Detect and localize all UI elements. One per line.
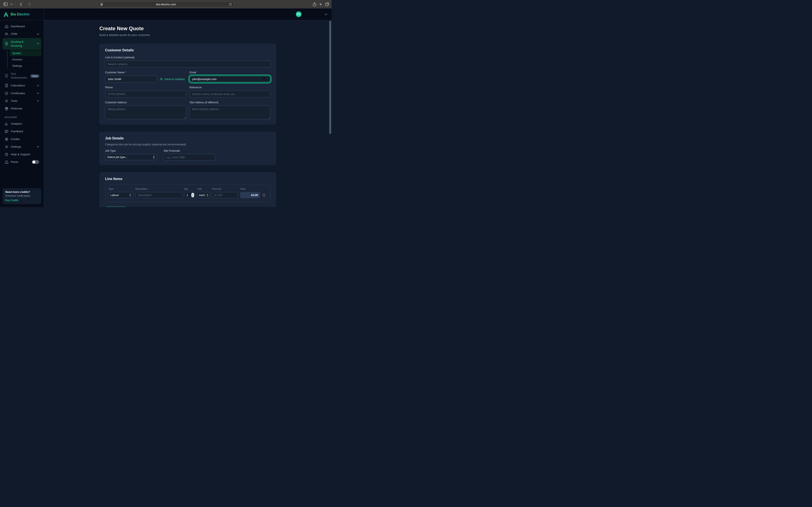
sidebar-item-referrals[interactable]: Referrals [3, 105, 41, 112]
chevron-down-icon [37, 34, 39, 35]
alert-triangle-icon [5, 160, 8, 164]
email-input[interactable] [190, 76, 270, 82]
brand-logo-icon [3, 12, 9, 17]
item-unit-value: each [199, 193, 205, 197]
sidebar-item-feedback[interactable]: Feedback [3, 128, 41, 135]
sidebar-item-analytics[interactable]: Analytics [3, 120, 41, 127]
customer-name-input[interactable] [105, 76, 157, 82]
customer-address-label: Customer Address [105, 101, 186, 104]
url-text[interactable]: bia-electric.com [103, 3, 229, 6]
sidebar-item-label: Test Submissions [11, 72, 28, 80]
delete-item-button[interactable] [262, 192, 267, 198]
sidebar-item-pento[interactable]: Pento [3, 158, 41, 166]
sidebar-item-label: Analytics [11, 122, 39, 126]
address-bar[interactable]: bia-electric.com [98, 1, 234, 7]
col-price-label: Price (£) [212, 187, 238, 190]
item-description-input[interactable] [135, 192, 182, 198]
col-total-label: Total [240, 187, 260, 190]
sidebar-item-label: Feedback [11, 129, 39, 133]
contact-autofill-icon[interactable] [262, 77, 268, 81]
col-type-label: Type [108, 187, 133, 190]
back-button-icon[interactable] [18, 1, 24, 7]
line-item-row: Type Labour Description [105, 185, 270, 202]
add-item-button[interactable]: Add Item [105, 207, 126, 207]
item-qty-value: 1 [187, 193, 188, 197]
save-to-contacts-label: Save to contacts [164, 77, 185, 81]
search-contacts-input[interactable] [105, 61, 270, 67]
sidebar-item-help-support[interactable]: Help & Support [3, 151, 41, 158]
toggle-knob [32, 161, 35, 164]
pento-toggle[interactable] [32, 160, 39, 164]
line-items-heading: Line Items [105, 177, 270, 181]
site-address-textarea[interactable] [190, 106, 270, 119]
share-icon[interactable] [313, 2, 316, 6]
job-details-card: Job Details Categorize this job for pric… [99, 131, 276, 165]
col-unit-label: Unit [197, 187, 210, 190]
file-text-icon [5, 42, 8, 45]
site-address-label: Site Address (if different) [190, 101, 270, 104]
gift-icon [5, 107, 8, 110]
sidebar-item-label: Credits [11, 137, 39, 141]
reader-icon[interactable] [100, 3, 103, 6]
item-type-select[interactable]: Labour [108, 192, 133, 198]
customer-address-textarea[interactable] [105, 106, 186, 119]
sidebar-item-certificates[interactable]: Certificates [3, 90, 41, 97]
subnav-item-quotes[interactable]: Quotes [10, 50, 41, 56]
sidebar-item-label: Tools [11, 99, 35, 103]
chevron-down-icon [37, 93, 39, 94]
qty-stepper[interactable] [191, 193, 194, 197]
sidebar-item-settings[interactable]: Settings [3, 143, 41, 151]
line-items-card: Line Items Type Labour [99, 172, 276, 207]
sidebar-item-tools[interactable]: Tools [3, 97, 41, 105]
sidebar-nav: Dashboard CRM Quoting & Invoicing [0, 20, 44, 186]
sidebar-dropdown-chevron-icon[interactable] [10, 1, 13, 7]
job-type-select[interactable]: Select job type... [105, 154, 157, 160]
subnav-item-settings[interactable]: Settings [10, 63, 41, 69]
sidebar-item-crm[interactable]: CRM [3, 31, 41, 38]
app-window: Bia Electric Dashboard CRM [0, 8, 332, 207]
sidebar-item-quoting-invoicing[interactable]: Quoting & Invoicing [3, 38, 41, 49]
tab-overview-icon[interactable] [325, 3, 329, 6]
new-tab-icon[interactable] [319, 3, 322, 6]
chevron-down-icon [37, 100, 39, 102]
save-to-contacts-link[interactable]: Save to contacts [160, 77, 185, 81]
sidebar-item-dashboard[interactable]: Dashboard [3, 23, 41, 30]
subnav-item-invoices[interactable]: Invoices [10, 56, 41, 62]
chevron-up-icon [37, 43, 39, 44]
sidebar-item-label: Pento [11, 160, 30, 164]
site-postcode-label: Site Postcode [164, 149, 215, 152]
forward-button-icon[interactable] [27, 1, 32, 7]
buy-credits-link[interactable]: Buy Credits [5, 199, 39, 202]
site-postcode-input[interactable] [164, 154, 215, 161]
badge-check-icon [5, 92, 8, 95]
gear-icon [5, 145, 8, 149]
sidebar-item-credits[interactable]: Credits [3, 135, 41, 143]
sidebar: Bia Electric Dashboard CRM [0, 8, 44, 207]
sidebar-item-label: Dashboard [11, 24, 39, 28]
select-updown-icon [207, 194, 208, 196]
job-type-value: Select job type... [107, 156, 128, 159]
item-unit-select[interactable]: each [197, 192, 210, 198]
sidebar-item-label: Calculators [11, 83, 35, 88]
header-chevron-down-icon[interactable] [325, 13, 327, 15]
dollar-circle-icon [5, 137, 8, 141]
home-icon [5, 24, 8, 28]
credits-promo-subtitle: Purchase credit packs [5, 194, 39, 197]
avatar[interactable]: TG [296, 11, 302, 17]
trash-icon [262, 193, 266, 197]
brand[interactable]: Bia Electric [0, 8, 44, 20]
sidebar-item-label: Referrals [11, 107, 39, 110]
vertical-scrollbar[interactable] [329, 21, 331, 134]
item-qty-input[interactable]: 1 [184, 192, 195, 198]
sidebar-toggle-icon[interactable] [3, 1, 8, 7]
sidebar-item-label: CRM [11, 32, 35, 36]
reference-input[interactable] [190, 91, 270, 97]
sidebar-item-test-submissions[interactable]: Test Submissions Soon [3, 70, 41, 81]
phone-input[interactable] [105, 91, 186, 97]
sidebar-item-calculators[interactable]: Calculators [3, 82, 41, 89]
reload-icon[interactable] [229, 3, 232, 6]
job-details-heading: Job Details [105, 136, 270, 140]
email-label: Email [190, 71, 270, 74]
link-contact-label: Link to Contact (optional) [105, 56, 270, 59]
item-price-input[interactable] [212, 192, 238, 198]
